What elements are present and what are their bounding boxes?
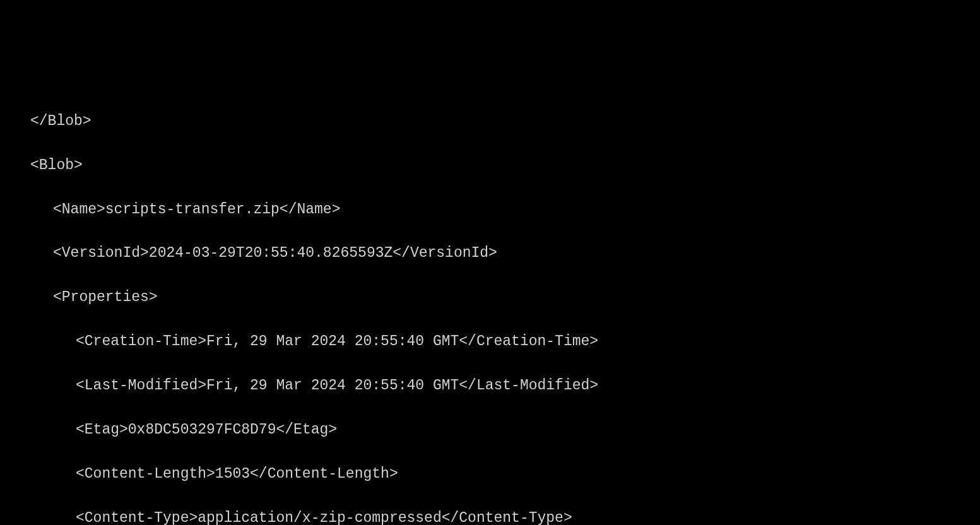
xml-open-properties-tag: <Properties> <box>0 286 980 309</box>
xml-last-modified-element: <Last-Modified>Fri, 29 Mar 2024 20:55:40… <box>0 375 980 397</box>
xml-close-blob-tag: </Blob> <box>0 110 980 133</box>
xml-name-element: <Name>scripts-transfer.zip</Name> <box>0 199 980 221</box>
xml-open-blob-tag: <Blob> <box>0 155 980 177</box>
xml-creation-time-element: <Creation-Time>Fri, 29 Mar 2024 20:55:40… <box>0 331 980 353</box>
xml-versionid-element: <VersionId>2024-03-29T20:55:40.8265593Z<… <box>0 242 980 264</box>
xml-content-length-element: <Content-Length>1503</Content-Length> <box>0 463 980 485</box>
xml-etag-element: <Etag>0x8DC503297FC8D79</Etag> <box>0 419 980 441</box>
xml-output: </Blob> <Blob> <Name>scripts-transfer.zi… <box>0 88 980 525</box>
xml-content-type-element: <Content-Type>application/x-zip-compress… <box>0 507 980 525</box>
